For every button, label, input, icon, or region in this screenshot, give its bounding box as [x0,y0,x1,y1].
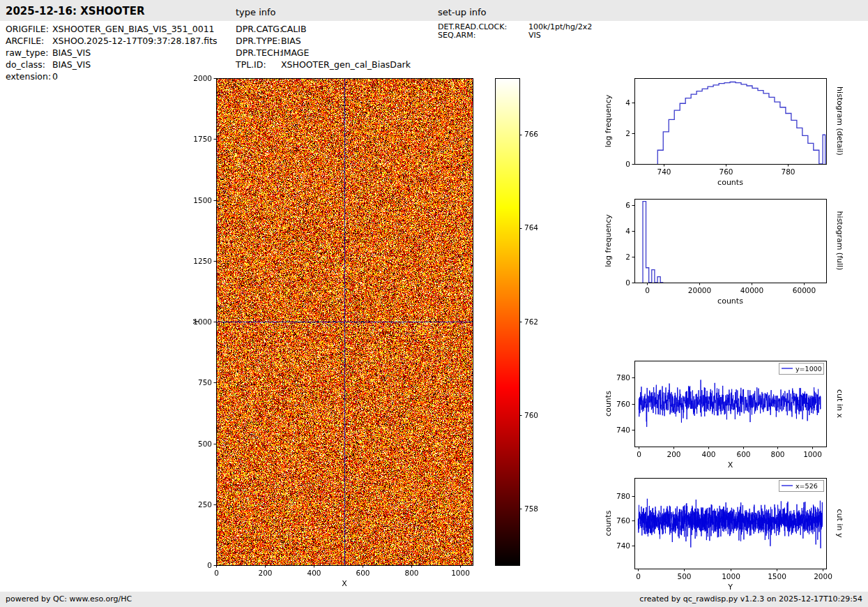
origfile-value: XSHOOTER_GEN_BIAS_VIS_351_0011 [52,24,215,34]
raw-type-value: BIAS_VIS [52,47,91,58]
tpl-id-label: TPL.ID: [236,59,281,70]
page-title: 2025-12-16: XSHOOTER [6,5,145,17]
cut-in-x-chart [600,352,868,472]
dpr-tech-value: IMAGE [281,47,309,58]
do-class-row: do_class:BIAS_VIS [6,59,218,70]
histogram-full-chart [600,190,868,310]
setup-info-header: set-up info [438,7,487,17]
dpr-catg-value: CALIB [281,24,307,34]
origfile-label: ORIGFILE: [6,23,52,35]
cut-in-y-chart [600,470,868,592]
extension-label: extension: [6,70,52,82]
dpr-tech-row: DPR.TECH:IMAGE [236,47,411,59]
seq-arm-value: VIS [528,31,541,40]
arcfile-value: XSHOO.2025-12-17T09:37:28.187.fits [52,36,218,46]
tpl-id-row: TPL.ID:XSHOOTER_gen_cal_BiasDark [236,59,411,70]
dpr-type-value: BIAS [281,36,301,46]
footer-bar: powered by QC: www.eso.org/HC created by… [0,592,868,607]
type-info-header: type info [236,7,276,17]
dpr-catg-row: DPR.CATG:CALIB [236,23,411,35]
seq-arm-row: SEQ.ARM:VIS [438,31,592,40]
tpl-id-value: XSHOOTER_gen_cal_BiasDark [281,59,411,70]
setup-info-block: DET.READ.CLOCK:100k/1pt/hg/2x2 SEQ.ARM:V… [438,23,592,40]
do-class-value: BIAS_VIS [52,59,91,70]
raw-type-row: raw_type:BIAS_VIS [6,47,218,59]
footer-left-text: powered by QC: www.eso.org/HC [6,594,132,604]
arcfile-row: ARCFILE:XSHOO.2025-12-17T09:37:28.187.fi… [6,35,218,47]
header-bar: 2025-12-16: XSHOOTER type info set-up in… [0,0,868,21]
footer-right-text: created by qc_rawdisp.py v1.2.3 on 2025-… [639,594,862,604]
raw-type-label: raw_type: [6,47,52,59]
bias-image-heatmap [167,70,561,593]
do-class-label: do_class: [6,59,52,70]
dpr-catg-label: DPR.CATG: [236,23,281,35]
dpr-tech-label: DPR.TECH: [236,47,281,59]
seq-arm-label: SEQ.ARM: [438,31,528,40]
type-info-block: DPR.CATG:CALIB DPR.TYPE:BIAS DPR.TECH:IM… [236,23,411,70]
dpr-type-label: DPR.TYPE: [236,35,281,47]
arcfile-label: ARCFILE: [6,35,52,47]
origfile-row: ORIGFILE:XSHOOTER_GEN_BIAS_VIS_351_0011 [6,23,218,35]
extension-value: 0 [52,71,58,82]
dpr-type-row: DPR.TYPE:BIAS [236,35,411,47]
histogram-detail-chart [600,70,868,190]
